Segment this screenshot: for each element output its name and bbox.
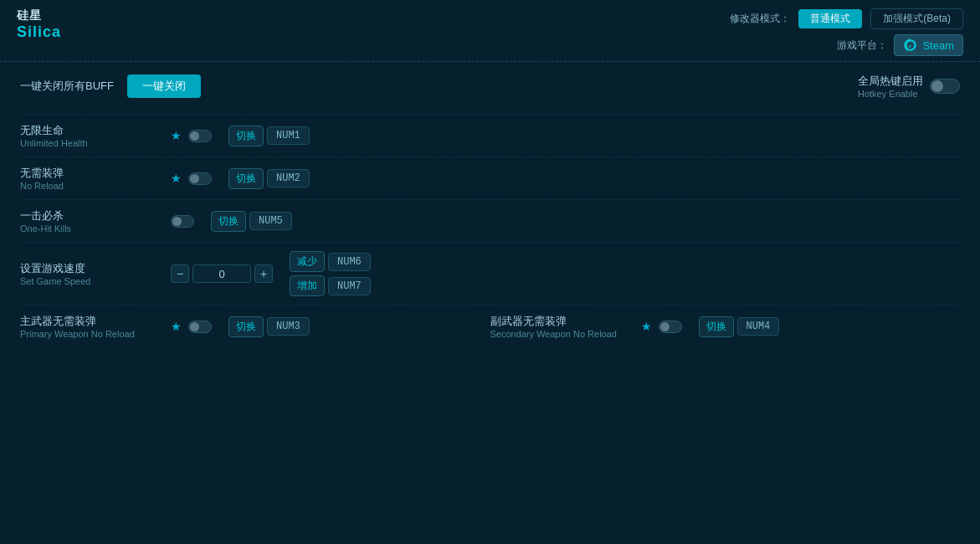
secondary-weapon-col: 副武器无需装弹 Secondary Weapon No Reload ★ 切换 … [490,314,961,339]
option-name-primary-weapon: 主武器无需装弹 Primary Weapon No Reload [20,314,171,339]
header: 硅星 Silica 修改器模式： 普通模式 加强模式(Beta) 游戏平台： S… [0,0,980,62]
option-name-one-hit-kills: 一击必杀 One-Hit Kills [20,208,171,234]
no-reload-hotkey: 切换 NUM2 [228,168,310,189]
option-row-game-speed: 设置游戏速度 Set Game Speed − + 减少 NUM6 增加 NUM… [20,243,960,305]
hotkey-label-cn: 全局热键启用 [858,74,923,89]
primary-weapon-controls: ★ [171,320,212,333]
no-reload-star[interactable]: ★ [171,172,182,185]
unlimited-health-switch-btn[interactable]: 切换 [228,126,264,146]
title-block: 硅星 Silica [17,8,61,41]
unlimited-health-controls: ★ [171,129,212,142]
game-speed-decrease-hotkey: 减少 NUM6 [290,251,371,272]
toolbar-row: 一键关闭所有BUFF 一键关闭 全局热键启用 Hotkey Enable [20,74,960,99]
secondary-weapon-toggle[interactable] [659,321,682,333]
mode-normal-button[interactable]: 普通模式 [798,9,862,28]
game-speed-decrease-btn[interactable]: − [171,264,189,283]
game-speed-cn: 设置游戏速度 [20,261,171,276]
steam-icon [903,38,918,53]
no-reload-en: No Reload [20,181,171,191]
platform-row: 游戏平台： Steam [837,34,963,56]
option-row-one-hit-kills: 一击必杀 One-Hit Kills 切换 NUM5 [20,200,960,243]
header-right: 修改器模式： 普通模式 加强模式(Beta) 游戏平台： Steam [730,8,963,56]
game-speed-increase-key-btn[interactable]: NUM7 [328,277,371,295]
secondary-weapon-controls: ★ [641,320,682,333]
unlimited-health-cn: 无限生命 [20,123,171,138]
title-cn: 硅星 [17,8,61,23]
one-hit-kills-en: One-Hit Kills [20,223,171,234]
secondary-weapon-en: Secondary Weapon No Reload [490,329,641,339]
game-speed-increase-hotkey: 增加 NUM7 [290,275,371,296]
no-reload-switch-btn[interactable]: 切换 [228,168,264,189]
one-hit-kills-switch-btn[interactable]: 切换 [211,211,246,232]
game-speed-increase-switch-btn[interactable]: 增加 [290,275,325,296]
title-en: Silica [17,23,61,41]
secondary-weapon-star[interactable]: ★ [641,320,652,333]
secondary-weapon-hotkey: 切换 NUM4 [699,316,780,337]
hotkey-block: 全局热键启用 Hotkey Enable [858,74,923,99]
option-name-game-speed: 设置游戏速度 Set Game Speed [20,261,171,286]
platform-label: 游戏平台： [837,38,887,53]
game-speed-input[interactable] [192,264,251,283]
toolbar-right: 全局热键启用 Hotkey Enable [858,74,960,99]
option-name-secondary-weapon: 副武器无需装弹 Secondary Weapon No Reload [490,314,641,339]
no-reload-toggle[interactable] [188,172,212,185]
game-speed-stepper: − + [171,264,273,283]
primary-weapon-col: 主武器无需装弹 Primary Weapon No Reload ★ 切换 NU… [20,314,490,339]
option-row-unlimited-health: 无限生命 Unlimited Health ★ 切换 NUM1 [20,115,960,157]
steam-label: Steam [922,39,954,52]
game-speed-decrease-key-btn[interactable]: NUM6 [328,253,371,271]
unlimited-health-star[interactable]: ★ [171,129,182,142]
one-hit-kills-cn: 一击必杀 [20,208,171,223]
mode-label: 修改器模式： [730,12,790,26]
primary-weapon-cn: 主武器无需装弹 [20,314,171,329]
close-all-label: 一键关闭所有BUFF [20,79,114,94]
primary-weapon-toggle[interactable] [188,321,212,333]
steam-badge[interactable]: Steam [894,34,963,56]
primary-weapon-star[interactable]: ★ [171,320,182,333]
one-hit-kills-hotkey: 切换 NUM5 [211,211,292,232]
secondary-weapon-switch-btn[interactable]: 切换 [699,316,734,337]
secondary-weapon-key-btn[interactable]: NUM4 [737,317,780,336]
unlimited-health-key-btn[interactable]: NUM1 [267,126,310,145]
option-row-no-reload: 无需装弹 No Reload ★ 切换 NUM2 [20,157,960,200]
game-speed-en: Set Game Speed [20,276,171,286]
secondary-weapon-cn: 副武器无需装弹 [490,314,641,329]
primary-weapon-switch-btn[interactable]: 切换 [228,316,264,337]
unlimited-health-en: Unlimited Health [20,138,171,148]
one-hit-kills-key-btn[interactable]: NUM5 [249,212,292,230]
toolbar-left: 一键关闭所有BUFF 一键关闭 [20,74,201,98]
main-content: 一键关闭所有BUFF 一键关闭 全局热键启用 Hotkey Enable 无限生… [0,62,980,544]
mode-beta-button[interactable]: 加强模式(Beta) [870,8,963,29]
one-hit-kills-controls [171,215,194,228]
one-hit-kills-toggle[interactable] [171,215,194,228]
hotkey-global-toggle[interactable] [930,79,960,94]
option-name-no-reload: 无需装弹 No Reload [20,166,171,191]
unlimited-health-toggle[interactable] [188,130,212,142]
no-reload-cn: 无需装弹 [20,166,171,181]
hotkey-label-en: Hotkey Enable [858,89,918,99]
primary-weapon-hotkey: 切换 NUM3 [228,316,310,337]
app-container: 硅星 Silica 修改器模式： 普通模式 加强模式(Beta) 游戏平台： S… [0,0,980,544]
game-speed-hotkeys: 减少 NUM6 增加 NUM7 [290,251,371,296]
option-row-weapons: 主武器无需装弹 Primary Weapon No Reload ★ 切换 NU… [20,305,960,347]
no-reload-controls: ★ [171,172,212,185]
unlimited-health-hotkey: 切换 NUM1 [228,126,310,146]
game-speed-increase-btn[interactable]: + [254,264,273,283]
primary-weapon-en: Primary Weapon No Reload [20,329,171,339]
mode-row: 修改器模式： 普通模式 加强模式(Beta) [730,8,963,29]
option-name-unlimited-health: 无限生命 Unlimited Health [20,123,171,148]
close-all-button[interactable]: 一键关闭 [127,74,201,98]
game-speed-decrease-switch-btn[interactable]: 减少 [290,251,325,272]
primary-weapon-key-btn[interactable]: NUM3 [267,317,310,336]
options-grid: 无限生命 Unlimited Health ★ 切换 NUM1 无需装弹 No … [20,115,960,347]
no-reload-key-btn[interactable]: NUM2 [267,169,310,187]
